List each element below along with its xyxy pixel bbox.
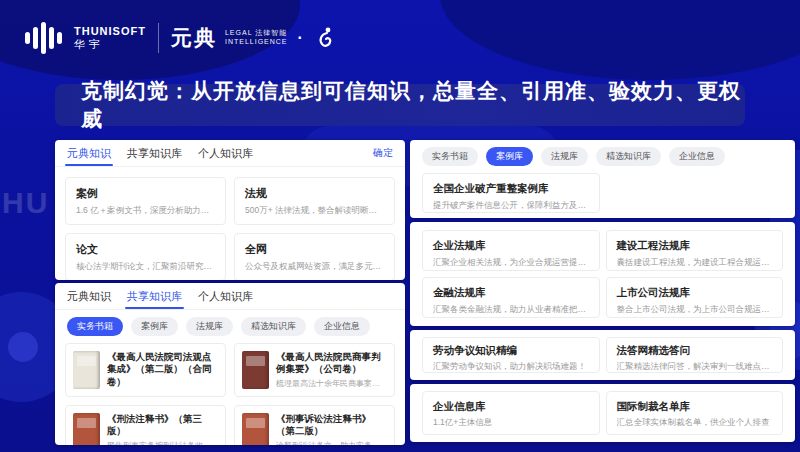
book-title: 《最高人民法院民商事判例集要》（公司卷）: [276, 351, 387, 376]
card-desc: 核心法学期刊论文，汇聚前沿研究观点: [76, 261, 215, 273]
brand-name-cn: 华宇: [74, 38, 146, 51]
card-desc: 1.1亿+主体信息: [433, 417, 589, 429]
knowledge-tabs: 元典知识 共享知识库 个人知识库: [55, 283, 405, 310]
confirm-button[interactable]: 确定: [373, 140, 393, 166]
card-desc: 500万+ 法律法规，整合解读明晰适用要点: [245, 205, 384, 217]
pill-case-library[interactable]: 案例库: [131, 317, 178, 336]
card-title: 国际制裁名单库: [617, 400, 773, 414]
pill-practice-books[interactable]: 实务书籍: [422, 147, 478, 166]
book-card[interactable]: 《刑法注释书》（第三版） 聚焦刑事实务按刑法法条收录相关文件及释疑: [65, 405, 226, 445]
product-name: 元典: [171, 24, 217, 52]
regulation-library-panel: 企业法规库 汇聚企业相关法规，为企业合规运营提供有力支持 建设工程法规库 囊括建…: [410, 222, 795, 326]
book-cover: [73, 351, 100, 389]
brand-name: THUNISOFT: [74, 25, 146, 38]
book-desc: 诠释刑诉法条文，助力实务人士准确适用: [276, 440, 387, 445]
card-desc: 汇聚精选法律问答，解决审判一线难点疑点问题！: [617, 361, 773, 373]
background-blob: [440, 0, 800, 80]
book-card[interactable]: 《刑事诉讼法注释书》（第二版） 诠释刑诉法条文，助力实务人士准确适用: [234, 405, 395, 445]
source-card-papers[interactable]: 论文 核心法学期刊论文，汇聚前沿研究观点: [65, 233, 226, 280]
card-title: 论文: [76, 242, 215, 257]
slide-title: 克制幻觉：从开放信息到可信知识，总量全、引用准、验效力、更权威: [81, 77, 745, 133]
card-desc: 1.6 亿＋案例文书，深度分析助力实务研判: [76, 205, 215, 217]
card-title: 全国企业破产重整案例库: [433, 182, 589, 196]
book-cover: [242, 351, 269, 389]
card-title: 金融法规库: [433, 286, 589, 300]
card-title: 企业法规库: [433, 239, 589, 253]
library-card-enterprise-reg[interactable]: 企业法规库 汇聚企业相关法规，为企业合规运营提供有力支持: [422, 230, 600, 271]
card-desc: 整合上市公司法规，为上市公司合规运营把关: [617, 304, 773, 316]
tab-personal-knowledge[interactable]: 个人知识库: [198, 140, 253, 166]
book-desc: 聚焦刑事实务按刑法法条收录相关文件及释疑: [107, 440, 218, 445]
tab-yuandian-knowledge[interactable]: 元典知识: [67, 283, 111, 309]
source-card-regulations[interactable]: 法规 500万+ 法律法规，整合解读明晰适用要点: [234, 177, 395, 225]
book-title: 《最高人民法院司法观点集成》（第二版）（合同卷）: [107, 351, 218, 388]
header: THUNISOFT 华宇 元典 LEGAL 法律智能 INTELLIGENCE …: [25, 16, 335, 60]
library-card-bankruptcy[interactable]: 全国企业破产重整案例库 提升破产案件信息公开，保障利益方及时获取: [422, 173, 600, 213]
tab-personal-knowledge[interactable]: 个人知识库: [198, 283, 253, 309]
card-title: 建设工程法规库: [617, 239, 773, 253]
knowledge-tabs: 元典知识 共享知识库 个人知识库 确定: [55, 140, 405, 167]
enterprise-info-panel: 企业信息库 1.1亿+主体信息 国际制裁名单库 汇总全球实体制裁名单，供企业个人…: [410, 384, 795, 442]
card-title: 法规: [245, 186, 384, 201]
divider: [158, 23, 159, 53]
slide: HU THUNISOFT 华宇 元典 LEGAL 法律智能 INTELLIGEN…: [0, 0, 800, 452]
library-card-finance-reg[interactable]: 金融法规库 汇聚各类金融法规，助力从业者精准把握行业规范: [422, 277, 600, 318]
card-desc: 汇总全球实体制裁名单，供企业个人排查: [617, 417, 773, 429]
pill-enterprise-info[interactable]: 企业信息: [314, 317, 370, 336]
tab-yuandian-knowledge[interactable]: 元典知识: [67, 140, 111, 166]
thunisoft-logo-icon: [25, 21, 62, 55]
category-pills: 实务书籍 案例库 法规库 精选知识库 企业信息: [410, 140, 795, 171]
library-card-construction-reg[interactable]: 建设工程法规库 囊括建设工程法规，为建设工程合规运作护航: [606, 230, 784, 271]
source-card-web[interactable]: 全网 公众号及权威网站资源，满足多元信息需求: [234, 233, 395, 280]
card-desc: 汇聚劳动争议知识，助力解决职场难题！: [433, 361, 589, 373]
library-card-listed-company-reg[interactable]: 上市公司法规库 整合上市公司法规，为上市公司合规运营把关: [606, 277, 784, 318]
book-cover: [73, 413, 100, 445]
shared-knowledge-panel: 元典知识 共享知识库 个人知识库 实务书籍 案例库 法规库 精选知识库 企业信息…: [55, 283, 405, 445]
tab-shared-knowledge[interactable]: 共享知识库: [127, 140, 182, 166]
card-desc: 汇聚企业相关法规，为企业合规运营提供有力支持: [433, 257, 589, 269]
card-title: 全网: [245, 242, 384, 257]
category-pills: 实务书籍 案例库 法规库 精选知识库 企业信息: [55, 310, 405, 341]
background-letters: HU: [2, 186, 49, 220]
card-title: 上市公司法规库: [617, 286, 773, 300]
book-card[interactable]: 《最高人民法院民商事判例集要》（公司卷） 梳理最高法十余年民商事案例，提炼类案标…: [234, 343, 395, 397]
card-title: 企业信息库: [433, 400, 589, 414]
pill-enterprise-info[interactable]: 企业信息: [669, 147, 725, 166]
book-desc: 梳理最高法十余年民商事案例，提炼类案标准: [276, 378, 387, 389]
card-title: 法答网精选答问: [617, 344, 773, 358]
library-card-labor-dispute[interactable]: 劳动争议知识精编 汇聚劳动争议知识，助力解决职场难题！: [422, 337, 600, 373]
product-tagline-1: LEGAL 法律智能: [225, 29, 288, 38]
pill-selected-knowledge[interactable]: 精选知识库: [241, 317, 306, 336]
pill-practice-books[interactable]: 实务书籍: [67, 317, 123, 336]
pill-regulation-library[interactable]: 法规库: [186, 317, 233, 336]
library-card-sanctions-list[interactable]: 国际制裁名单库 汇总全球实体制裁名单，供企业个人排查: [606, 391, 784, 435]
card-desc: 公众号及权威网站资源，满足多元信息需求: [245, 261, 384, 273]
book-title: 《刑法注释书》（第三版）: [107, 413, 218, 438]
pill-regulation-library[interactable]: 法规库: [541, 147, 588, 166]
card-desc: 汇聚各类金融法规，助力从业者精准把握行业规范: [433, 304, 589, 316]
slide-title-bar: 克制幻觉：从开放信息到可信知识，总量全、引用准、验效力、更权威: [55, 84, 745, 126]
card-title: 案例: [76, 186, 215, 201]
library-card-fadawang-qa[interactable]: 法答网精选答问 汇聚精选法律问答，解决审判一线难点疑点问题！: [606, 337, 784, 373]
pill-case-library[interactable]: 案例库: [486, 147, 533, 166]
background-circle: [8, 332, 38, 362]
book-title: 《刑事诉讼法注释书》（第二版）: [276, 413, 387, 438]
source-card-cases[interactable]: 案例 1.6 亿＋案例文书，深度分析助力实务研判: [65, 177, 226, 225]
card-desc: 囊括建设工程法规，为建设工程合规运作护航: [617, 257, 773, 269]
selected-knowledge-panel: 劳动争议知识精编 汇聚劳动争议知识，助力解决职场难题！ 法答网精选答问 汇聚精选…: [410, 330, 795, 380]
tab-shared-knowledge[interactable]: 共享知识库: [127, 283, 182, 309]
yuandian-knowledge-panel: 元典知识 共享知识库 个人知识库 确定 案例 1.6 亿＋案例文书，深度分析助力…: [55, 140, 405, 280]
case-library-panel: 实务书籍 案例库 法规库 精选知识库 企业信息 全国企业破产重整案例库 提升破产…: [410, 140, 795, 218]
book-cover: [242, 413, 269, 445]
mascot-icon: [313, 26, 335, 50]
library-card-enterprise-info[interactable]: 企业信息库 1.1亿+主体信息: [422, 391, 600, 435]
book-card[interactable]: 《最高人民法院司法观点集成》（第二版）（合同卷） 最高法合同司法观点梳理，权威素…: [65, 343, 226, 397]
product-tagline-2: INTELLIGENCE: [225, 38, 288, 47]
card-desc: 提升破产案件信息公开，保障利益方及时获取: [433, 200, 589, 212]
pill-selected-knowledge[interactable]: 精选知识库: [596, 147, 661, 166]
card-title: 劳动争议知识精编: [433, 344, 589, 358]
dot-separator: ·: [298, 29, 303, 47]
